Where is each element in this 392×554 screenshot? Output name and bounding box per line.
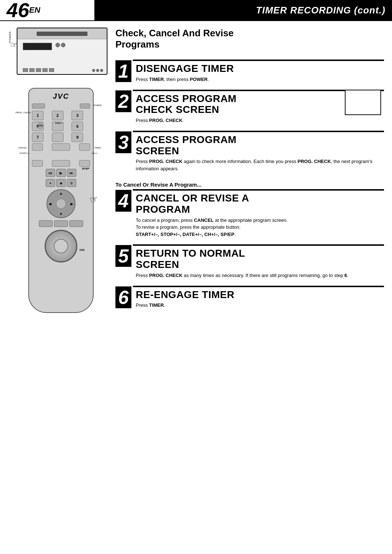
page-number: 46 bbox=[7, 0, 29, 20]
pause-btn[interactable]: ⏸ bbox=[67, 179, 76, 187]
cancel-timer-btns bbox=[32, 143, 90, 151]
jog-inner bbox=[54, 239, 68, 253]
right-column: Check, Cancel And Revise Programs 1 DISE… bbox=[109, 21, 392, 554]
step-5-heading: RETURN TO NORMAL SCREEN bbox=[136, 248, 381, 270]
power-btn[interactable] bbox=[80, 103, 90, 109]
vcr-right-btns bbox=[92, 69, 103, 72]
dpad-center-btn[interactable] bbox=[56, 199, 66, 209]
step-3-number: 3 bbox=[115, 131, 131, 153]
step-3-block: 3 ACCESS PROGRAM SCREEN Press PROG. CHEC… bbox=[115, 131, 384, 175]
main-content: POWER ☞ bbox=[0, 21, 392, 554]
remote-btn-5[interactable]: DATE+/– bbox=[52, 122, 64, 131]
start-label: START+/– bbox=[20, 152, 30, 154]
remote-top-buttons: PROG. CHECK POWER bbox=[32, 103, 90, 109]
transport-buttons-2: ● ■ ⏸ bbox=[32, 179, 90, 187]
step-1-content: DISENGAGE TIMER Press TIMER, then press … bbox=[133, 60, 384, 86]
vcr-dot-1 bbox=[92, 69, 95, 72]
remote-btn-8[interactable] bbox=[52, 133, 64, 142]
timer-label: TIMER bbox=[94, 147, 101, 149]
vcr-top bbox=[17, 28, 107, 39]
step-5-number: 5 bbox=[115, 245, 131, 267]
step-3-heading: ACCESS PROGRAM SCREEN bbox=[136, 134, 381, 157]
jog-dial[interactable] bbox=[45, 230, 77, 262]
vcr-control-btn-1 bbox=[56, 43, 60, 47]
vcr-device-area: POWER ☞ bbox=[17, 28, 105, 75]
stop-plus-minus-btn[interactable]: STOP+/– bbox=[38, 123, 42, 129]
vcr-bottom-btn-5 bbox=[49, 68, 54, 72]
dpad-up-arrow[interactable]: ▲ bbox=[59, 191, 63, 195]
vcr-dot-2 bbox=[96, 69, 99, 72]
fast-forward-btn[interactable]: ⏭ bbox=[67, 169, 76, 177]
remote-btn-7[interactable]: 7 bbox=[32, 133, 44, 142]
cancel-timer-row: CANCEL TIMER CH+/– START+/– bbox=[32, 143, 90, 152]
step-1-block: 1 DISENGAGE TIMER Press TIMER, then pres… bbox=[115, 60, 384, 86]
extra-btn-1[interactable] bbox=[39, 220, 53, 227]
step-6-heading: RE-ENGAGE TIMER bbox=[136, 289, 381, 301]
extra-row-buttons bbox=[32, 220, 90, 227]
dpad-ring: ▲ ▼ ◀ ▶ bbox=[46, 189, 75, 218]
power-btn-label: POWER bbox=[93, 104, 102, 106]
timer-center-btn[interactable] bbox=[52, 143, 70, 151]
header-title: TIMER RECORDING (cont.) bbox=[256, 5, 385, 16]
step-4-heading: CANCEL OR REVISE A PROGRAM bbox=[136, 193, 381, 215]
remote-btn-6[interactable]: 6 bbox=[72, 122, 83, 131]
step-6-number-col: 6 bbox=[115, 286, 133, 312]
vcr-controls-area bbox=[56, 43, 65, 47]
start-btn[interactable] bbox=[32, 160, 43, 167]
remote-btn-3[interactable]: 3 bbox=[72, 111, 83, 120]
transport-buttons: ⏮ ▶ ⏭ bbox=[32, 169, 90, 177]
prog-check-btn[interactable] bbox=[32, 103, 45, 109]
remote-btn-1[interactable]: 1 bbox=[32, 111, 44, 120]
hand-power-icon: ☞ bbox=[10, 40, 17, 50]
screen-mockup bbox=[345, 90, 381, 115]
step-2-heading: ACCESS PROGRAM CHECK SCREEN bbox=[136, 93, 381, 116]
extra-btn-2[interactable] bbox=[54, 220, 68, 227]
step-5-number-col: 5 bbox=[115, 244, 133, 282]
step-6-block: 6 RE-ENGAGE TIMER Press TIMER. bbox=[115, 286, 384, 312]
step-2-text: Press PROG. CHECK. bbox=[136, 117, 381, 124]
ch-label: CH+/– bbox=[92, 152, 98, 154]
mid-btn[interactable] bbox=[52, 160, 70, 167]
rewind-btn[interactable]: ⏮ bbox=[46, 169, 55, 177]
step-4-block: 4 CANCEL OR REVISE A PROGRAM To cancel a… bbox=[115, 189, 384, 241]
vcr-bottom-btn-2 bbox=[29, 68, 34, 72]
vhs-label: VHS bbox=[79, 249, 85, 251]
dpad-down-arrow[interactable]: ▼ bbox=[59, 212, 63, 216]
remote-btn-4[interactable]: 4 STOP+/– bbox=[32, 122, 44, 131]
step-2-content: ACCESS PROGRAM CHECK SCREEN Press PROG. … bbox=[133, 90, 384, 127]
dpad-left-arrow[interactable]: ◀ bbox=[49, 202, 52, 206]
step-6-number: 6 bbox=[115, 286, 131, 308]
remote-number-grid: 1 2 3 4 STOP+/– DATE+/– 6 7 9 bbox=[32, 111, 90, 142]
cancel-revise-subheading: To Cancel Or Revise A Program... bbox=[115, 182, 384, 188]
vcr-dot-3 bbox=[100, 69, 103, 72]
remote-btn-9[interactable]: 9 bbox=[72, 133, 83, 142]
page-suffix: EN bbox=[29, 5, 40, 15]
cancel-btn[interactable] bbox=[32, 143, 43, 151]
transport-area: VHS SP/EP ⏮ ▶ ⏭ ● ■ ⏸ bbox=[32, 169, 90, 187]
section-heading: Check, Cancel And Revise Programs bbox=[115, 28, 384, 55]
step-2-number: 2 bbox=[115, 90, 131, 112]
ch-btn[interactable] bbox=[79, 160, 90, 167]
step-4-text: To cancel a program, press CANCEL at the… bbox=[136, 217, 381, 238]
dpad: ▲ ▼ ◀ ▶ bbox=[46, 189, 75, 218]
step-2-number-col: 2 bbox=[115, 90, 133, 127]
step-1-number-col: 1 bbox=[115, 60, 133, 86]
prog-check-area: PROG. CHECK bbox=[32, 103, 45, 109]
step-3-content: ACCESS PROGRAM SCREEN Press PROG. CHECK … bbox=[133, 131, 384, 175]
record-btn[interactable]: ● bbox=[46, 179, 55, 187]
cancel-label: CANCEL bbox=[18, 147, 27, 149]
prog-check-label: PROG. CHECK bbox=[16, 111, 31, 114]
remote-control: JVC PROG. CHECK POWER 1 2 3 bbox=[28, 88, 94, 313]
play-btn[interactable]: ▶ bbox=[56, 169, 66, 177]
date-plus-minus-label: DATE+/– bbox=[55, 122, 62, 124]
page-number-area: 46 EN bbox=[0, 0, 94, 20]
step-4-content: CANCEL OR REVISE A PROGRAM To cancel a p… bbox=[133, 189, 384, 241]
dpad-right-arrow[interactable]: ▶ bbox=[70, 202, 73, 206]
timer-btn[interactable] bbox=[79, 143, 90, 151]
step-1-text: Press TIMER, then press POWER. bbox=[136, 76, 381, 83]
remote-btn-2[interactable]: 2 bbox=[52, 111, 64, 120]
extra-btn-3[interactable] bbox=[69, 220, 83, 227]
vcr-bottom-btns bbox=[23, 68, 54, 72]
left-column: POWER ☞ bbox=[0, 21, 109, 554]
stop-btn[interactable]: ■ bbox=[56, 179, 66, 187]
